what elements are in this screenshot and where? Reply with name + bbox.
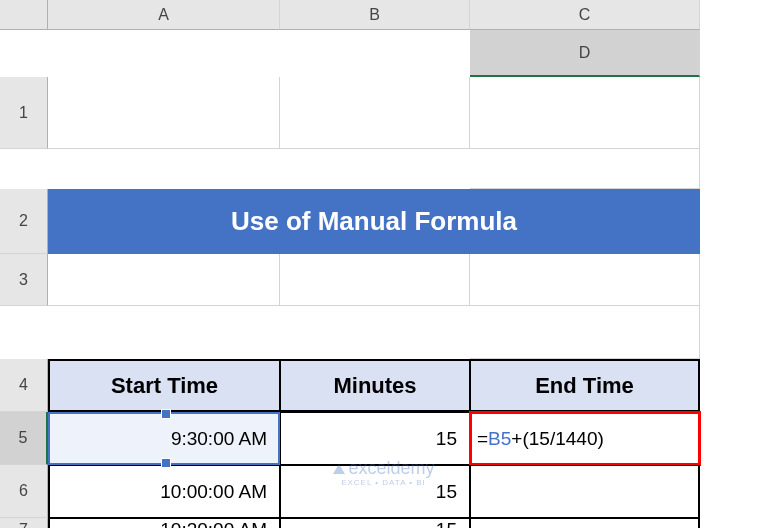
cell-c5[interactable]: 15 bbox=[280, 412, 470, 465]
row-header-5[interactable]: 5 bbox=[0, 412, 48, 465]
cell-c3[interactable] bbox=[470, 254, 700, 306]
header-minutes[interactable]: Minutes bbox=[280, 359, 470, 412]
formula-text: =B5+(15/1440) bbox=[477, 428, 604, 450]
cell-b6[interactable]: 10:00:00 AM bbox=[48, 465, 280, 518]
cell-d7[interactable] bbox=[470, 518, 700, 528]
col-header-c[interactable]: C bbox=[470, 0, 700, 30]
spreadsheet-grid[interactable]: A B C D 1 2 Use of Manual Formula 3 4 St… bbox=[0, 0, 767, 528]
cell-c1[interactable] bbox=[470, 77, 700, 149]
cell-a3[interactable] bbox=[48, 254, 280, 306]
col-header-a[interactable]: A bbox=[48, 0, 280, 30]
cell-b3[interactable] bbox=[280, 254, 470, 306]
title-banner: Use of Manual Formula bbox=[48, 189, 700, 254]
header-end-time[interactable]: End Time bbox=[470, 359, 700, 412]
row-header-3[interactable]: 3 bbox=[0, 254, 48, 306]
formula-cell-ref: B5 bbox=[488, 428, 511, 449]
cell-d6[interactable] bbox=[470, 465, 700, 518]
cell-d5[interactable]: =B5+(15/1440) bbox=[470, 412, 700, 465]
cell-b7[interactable]: 10:30:00 AM bbox=[48, 518, 280, 528]
formula-rest: +(15/1440) bbox=[511, 428, 603, 449]
cell-b5[interactable]: 9:30:00 AM bbox=[48, 412, 280, 465]
row-header-6[interactable]: 6 bbox=[0, 465, 48, 518]
row-header-1[interactable]: 1 bbox=[0, 77, 48, 149]
cell-c7[interactable]: 15 bbox=[280, 518, 470, 528]
cell-c6[interactable]: 15 bbox=[280, 465, 470, 518]
cell-d3[interactable] bbox=[470, 306, 700, 359]
row-header-4[interactable]: 4 bbox=[0, 359, 48, 412]
col-header-d[interactable]: D bbox=[470, 30, 700, 77]
header-start-time[interactable]: Start Time bbox=[48, 359, 280, 412]
cell-a1[interactable] bbox=[48, 77, 280, 149]
select-all-corner[interactable] bbox=[0, 0, 48, 30]
row-header-7[interactable]: 7 bbox=[0, 518, 48, 528]
col-header-b[interactable]: B bbox=[280, 0, 470, 30]
cell-b1[interactable] bbox=[280, 77, 470, 149]
cell-d1[interactable] bbox=[470, 149, 700, 189]
formula-equals: = bbox=[477, 428, 488, 449]
row-header-2[interactable]: 2 bbox=[0, 189, 48, 254]
